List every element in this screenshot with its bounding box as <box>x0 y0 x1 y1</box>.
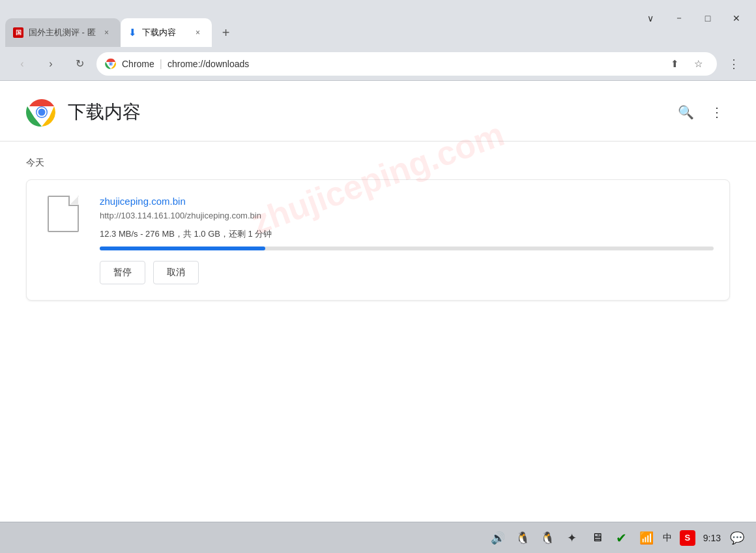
new-tab-button[interactable]: + <box>214 21 238 44</box>
title-bar: 国 国外主机测评 - 匿 × ⬇ 下载内容 × + ∨ － □ ✕ <box>0 0 756 47</box>
pause-button[interactable]: 暂停 <box>100 261 145 284</box>
downloads-content: zhujiceping.com 今天 zhujiceping.com.bin h… <box>0 142 756 316</box>
tab-active-2[interactable]: ⬇ 下载内容 × <box>121 18 212 47</box>
sougou-icon[interactable]: S <box>680 530 695 546</box>
tab1-favicon: 国 <box>13 27 23 38</box>
forward-button[interactable]: › <box>39 52 63 76</box>
page-title: 下载内容 <box>68 100 673 125</box>
file-details: zhujiceping.com.bin http://103.114.161.1… <box>100 196 714 284</box>
file-url: http://103.114.161.100/zhujiceping.com.b… <box>100 211 714 220</box>
monitor-icon[interactable]: 🖥 <box>589 530 605 546</box>
chrome-logo <box>26 97 57 128</box>
chevron-button[interactable]: ∨ <box>636 8 665 29</box>
url-site-name: Chrome <box>122 59 154 69</box>
wifi-icon[interactable]: 📶 <box>638 530 655 546</box>
tab1-title: 国外主机测评 - 匿 <box>29 27 96 38</box>
language-indicator[interactable]: 中 <box>663 532 672 544</box>
chrome-url-icon <box>105 58 117 70</box>
tab-inactive-1[interactable]: 国 国外主机测评 - 匿 × <box>5 18 121 47</box>
download-card: zhujiceping.com.bin http://103.114.161.1… <box>26 179 730 301</box>
maximize-button[interactable]: □ <box>693 8 722 29</box>
check-icon[interactable]: ✔ <box>613 530 630 546</box>
header-actions: 🔍 ⋮ <box>673 99 730 125</box>
qq1-icon[interactable]: 🐧 <box>514 530 531 546</box>
bookmark-button[interactable]: ☆ <box>688 53 708 74</box>
tab1-close[interactable]: × <box>101 27 113 38</box>
close-button[interactable]: ✕ <box>722 8 751 29</box>
address-bar: ‹ › ↻ Chrome | chrome://downloads ⬆ ☆ ⋮ <box>0 47 756 81</box>
search-icon-button[interactable]: 🔍 <box>673 99 699 125</box>
tab2-favicon: ⬇ <box>128 27 137 38</box>
share-button[interactable]: ⬆ <box>664 53 685 74</box>
progress-bar-container <box>100 247 714 250</box>
svg-point-5 <box>38 109 46 116</box>
minimize-button[interactable]: － <box>665 8 693 29</box>
taskbar: 🔊 🐧 🐧 ✦ 🖥 ✔ 📶 中 S 9:13 💬 <box>0 522 756 553</box>
file-actions: 暂停 取消 <box>100 261 714 284</box>
downloads-list: 今天 zhujiceping.com.bin http://103.114.16… <box>0 142 756 316</box>
refresh-button[interactable]: ↻ <box>68 52 91 76</box>
url-divider: | <box>160 58 162 70</box>
tab2-title: 下载内容 <box>142 27 187 38</box>
page-menu-button[interactable]: ⋮ <box>704 99 730 125</box>
progress-bar-fill <box>100 247 265 250</box>
figma-icon[interactable]: ✦ <box>564 530 581 546</box>
qq2-icon[interactable]: 🐧 <box>539 530 556 546</box>
progress-text: 12.3 MB/s - 276 MB，共 1.0 GB，还剩 1 分钟 <box>100 228 714 240</box>
svg-point-2 <box>109 63 112 65</box>
chat-icon[interactable]: 💬 <box>729 530 746 546</box>
url-text: chrome://downloads <box>167 59 659 69</box>
file-icon-area <box>42 196 84 232</box>
tabs-area: 国 国外主机测评 - 匿 × ⬇ 下载内容 × + <box>0 18 631 47</box>
tab2-close[interactable]: × <box>192 27 204 38</box>
browser-window: 国 国外主机测评 - 匿 × ⬇ 下载内容 × + ∨ － □ ✕ ‹ › ↻ <box>0 0 756 553</box>
file-icon <box>48 196 79 232</box>
downloads-header: 下载内容 🔍 ⋮ <box>0 81 756 142</box>
url-actions: ⬆ ☆ <box>664 53 708 74</box>
section-label: 今天 <box>26 157 730 169</box>
system-time: 9:13 <box>703 533 721 543</box>
page-content: 下载内容 🔍 ⋮ zhujiceping.com 今天 zhujiceping.… <box>0 81 756 522</box>
back-button[interactable]: ‹ <box>10 52 34 76</box>
cancel-button[interactable]: 取消 <box>153 261 199 284</box>
url-bar[interactable]: Chrome | chrome://downloads ⬆ ☆ <box>96 52 717 76</box>
sound-icon[interactable]: 🔊 <box>489 530 506 546</box>
file-name[interactable]: zhujiceping.com.bin <box>100 196 714 207</box>
window-controls: ∨ － □ ✕ <box>631 8 756 47</box>
browser-menu-button[interactable]: ⋮ <box>722 52 746 76</box>
